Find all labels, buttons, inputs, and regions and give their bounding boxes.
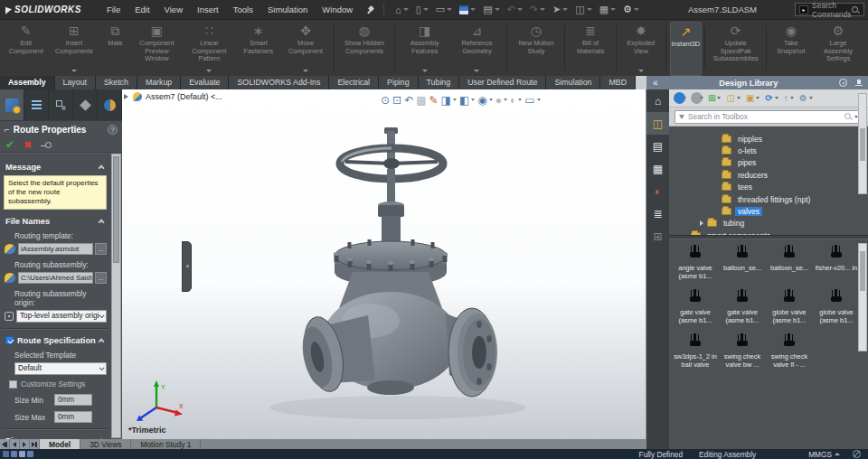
dropdown-caret-icon[interactable] — [517, 8, 523, 11]
menu-item[interactable]: Window — [315, 2, 360, 17]
dropdown-caret-icon[interactable] — [471, 98, 475, 101]
toggle-button[interactable]: ◫ — [573, 3, 593, 16]
library-item[interactable]: swing check valve bw ... — [719, 332, 766, 376]
valve-3d-model[interactable] — [194, 108, 592, 433]
command-tab[interactable]: Evaluate — [181, 76, 229, 89]
pin-pane-icon[interactable] — [854, 79, 863, 88]
ribbon-button[interactable]: ⊞ Insert Components — [49, 22, 100, 76]
dropdown-caret-icon[interactable] — [537, 98, 541, 101]
new-document-button[interactable]: ▯ — [414, 3, 430, 16]
dropdown-caret-icon[interactable] — [495, 8, 500, 11]
dropdown-caret-icon[interactable] — [638, 70, 644, 72]
design-library-button[interactable]: ◫ — [646, 112, 669, 135]
ribbon-button[interactable]: ✸ Exploded View — [620, 22, 662, 76]
dropdown-caret-icon[interactable] — [423, 8, 429, 11]
save-button[interactable] — [458, 5, 477, 15]
dropdown-caret-icon[interactable] — [717, 97, 721, 99]
dropdown-caret-icon[interactable] — [700, 97, 703, 99]
customize-settings-checkbox[interactable] — [9, 380, 17, 389]
apply-scene-button[interactable]: ◐ — [510, 93, 522, 108]
library-item[interactable]: fisher-v20... in — [813, 243, 860, 287]
ribbon-button[interactable]: ≣ Bill of Materials — [569, 22, 611, 76]
displaymanager-tab[interactable] — [98, 89, 122, 120]
expand-arrow-icon[interactable] — [700, 220, 703, 226]
library-item[interactable]: gate valve (asme b1... — [672, 287, 719, 332]
tree-item[interactable]: nipples — [669, 133, 868, 145]
back-button[interactable]: ← — [674, 92, 685, 104]
items-scrollbar[interactable] — [858, 243, 867, 351]
propertymanager-tab[interactable] — [0, 89, 24, 120]
last-tab-button[interactable] — [30, 439, 40, 449]
graphics-viewport[interactable]: Assem7 (Default) <... ⊙ ⊡ ↶ — [122, 89, 646, 439]
toolbox-search-input[interactable]: Search in Toolbox — [675, 110, 863, 124]
dropdown-caret-icon[interactable] — [540, 8, 545, 11]
tree-item[interactable]: tubing — [669, 218, 868, 230]
undo-button[interactable]: ↶ — [505, 3, 524, 16]
view-settings-button[interactable]: ▭ — [524, 93, 540, 108]
apply-appearance-button[interactable]: ● — [495, 93, 507, 108]
origin-dropdown[interactable]: Top-level assembly origin — [16, 310, 107, 323]
open-button[interactable]: ▭ — [434, 3, 454, 16]
document-tab[interactable]: 3D Views — [80, 439, 131, 449]
routing-template-field[interactable]: iAssembly.asmdot — [18, 243, 93, 255]
ribbon-button[interactable]: ⚙ Large Assembly Settings — [812, 22, 864, 76]
ribbon-button[interactable]: ◉ Take Snapshot — [770, 22, 812, 76]
configure-button[interactable]: ⚙ — [799, 93, 813, 103]
tree-item[interactable]: pipes — [669, 157, 868, 169]
command-tab[interactable]: Sketch — [96, 76, 137, 89]
dropdown-caret-icon[interactable] — [504, 98, 507, 101]
assembly-tree-label[interactable]: Assem7 (Default) <... — [146, 92, 222, 101]
options-icon[interactable] — [839, 79, 847, 87]
command-tab[interactable]: MBD — [600, 76, 636, 89]
ribbon-button[interactable]: ✎ Edit Component — [4, 22, 49, 76]
library-item[interactable]: angle valve (asme b1... — [672, 243, 719, 287]
next-tab-button[interactable] — [20, 439, 30, 449]
dropdown-caret-icon[interactable] — [775, 97, 778, 99]
dropdown-caret-icon[interactable] — [489, 98, 493, 101]
dropdown-caret-icon[interactable] — [756, 97, 760, 99]
command-tab[interactable]: Electrical — [329, 76, 379, 89]
size-max-field[interactable]: 0mm — [54, 411, 92, 423]
scrollbar-thumb[interactable] — [860, 128, 865, 161]
search-commands-input[interactable]: ▸ Search Commands — [795, 3, 864, 16]
tree-scrollbar[interactable] — [858, 93, 867, 194]
zoom-to-fit-button[interactable]: ⊙ — [381, 93, 390, 108]
view-orientation-button[interactable]: ◨ — [441, 93, 457, 108]
tree-item[interactable]: valves — [669, 205, 868, 217]
section-header-route-specification[interactable]: Route Specification — [2, 334, 108, 346]
expand-arrow-icon[interactable] — [124, 94, 128, 99]
tree-item[interactable]: threaded fittings (npt) — [669, 193, 868, 205]
library-item[interactable]: swing check valve fl - ... — [766, 332, 813, 376]
dropdown-caret-icon[interactable] — [470, 8, 476, 11]
search-icon[interactable] — [851, 5, 860, 14]
menu-item[interactable]: Insert — [190, 2, 226, 17]
file-explorer-button[interactable]: ▤ — [646, 135, 669, 157]
section-header-file-names[interactable]: File Names — [2, 215, 108, 227]
edit-appearance-pencil-button[interactable]: ✎ — [429, 93, 439, 108]
size-min-field[interactable]: 0mm — [54, 394, 92, 406]
document-tab[interactable]: Motion Study 1 — [131, 439, 201, 449]
redo-button[interactable]: ↷ — [528, 3, 547, 16]
section-view-button[interactable]: ▩ — [416, 93, 426, 108]
print-button[interactable]: ▤ — [481, 3, 501, 16]
ribbon-button[interactable]: ∗ Smart Fasteners — [235, 22, 281, 76]
command-tab[interactable]: Piping — [379, 76, 418, 89]
ribbon-button[interactable]: ⊿ Reference Geometry — [450, 22, 503, 76]
ribbon-button[interactable]: ✥ Move Component — [281, 22, 330, 76]
dropdown-caret-icon[interactable] — [610, 8, 616, 11]
menu-item[interactable]: Simulation — [260, 2, 315, 17]
panel-splitter-handle[interactable] — [182, 241, 192, 292]
table-button[interactable]: ▦ — [598, 3, 618, 16]
zoom-to-area-button[interactable]: ⊡ — [392, 93, 401, 108]
view-palette-button[interactable]: ▦ — [646, 157, 669, 180]
resource-monitor-icon[interactable] — [853, 450, 861, 458]
dimxpertmanager-tab[interactable] — [73, 89, 98, 120]
units-caret-icon[interactable] — [835, 453, 840, 455]
previous-tab-button[interactable] — [10, 439, 20, 449]
dropdown-caret-icon[interactable] — [737, 97, 741, 99]
tree-item[interactable]: o-lets — [669, 145, 868, 156]
dropdown-caret-icon[interactable] — [518, 98, 522, 101]
tree-item[interactable]: tees — [669, 182, 868, 193]
section-header-message[interactable]: Message — [2, 161, 108, 173]
previous-view-button[interactable]: ↶ — [404, 93, 413, 108]
